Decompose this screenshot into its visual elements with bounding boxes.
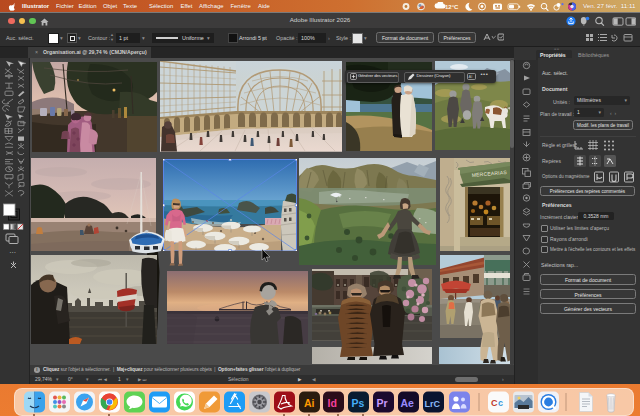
svg-text:⋯: ⋯ — [9, 249, 16, 256]
svg-text:C: C — [491, 398, 498, 408]
svg-text:LrC: LrC — [425, 399, 441, 409]
svg-text:Id: Id — [328, 397, 337, 409]
svg-text:Ai: Ai — [304, 397, 315, 409]
svg-text:c: c — [498, 398, 503, 408]
svg-text:AI: AI — [468, 74, 472, 79]
svg-text:Ae: Ae — [401, 397, 415, 409]
svg-text:Ps: Ps — [352, 397, 365, 409]
svg-text:Pr: Pr — [377, 397, 388, 409]
svg-text:12°C: 12°C — [445, 4, 459, 10]
